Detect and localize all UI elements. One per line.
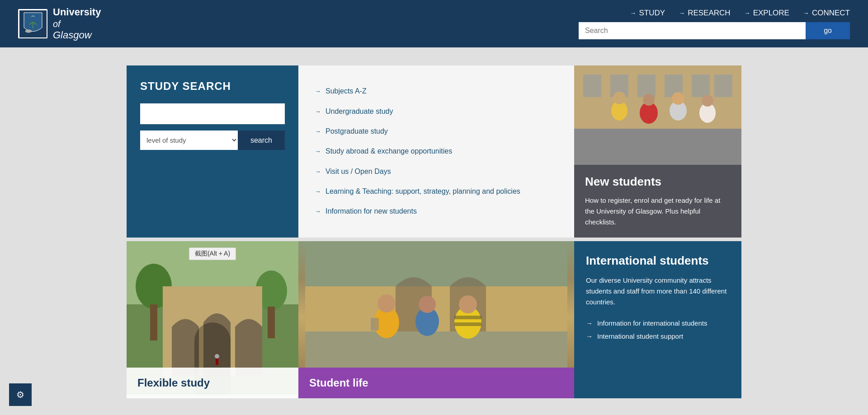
- svg-point-18: [702, 95, 713, 107]
- svg-point-38: [459, 295, 477, 313]
- nav-study[interactable]: → STUDY: [630, 9, 665, 18]
- svg-rect-9: [692, 75, 710, 97]
- svg-rect-5: [583, 75, 601, 97]
- link-intl-info-label: Information for international students: [597, 319, 707, 327]
- link-study-abroad[interactable]: → Study abroad & exchange opportunities: [315, 143, 558, 160]
- logo-crest: [18, 9, 47, 38]
- link-subjects-az-label: Subjects A-Z: [326, 86, 367, 96]
- gear-icon: ⚙: [16, 389, 24, 400]
- nav-study-label: STUDY: [639, 9, 665, 18]
- study-text-input[interactable]: [140, 103, 285, 124]
- svg-rect-37: [454, 322, 481, 326]
- link-intl-support-label: International student support: [597, 332, 683, 340]
- header: University of Glasgow → STUDY → RESEARCH…: [0, 0, 868, 47]
- logo-text: University of Glasgow: [53, 6, 101, 41]
- nav-explore[interactable]: → EXPLORE: [744, 9, 789, 18]
- flexible-study-title: Flexible study: [137, 377, 288, 389]
- nav-explore-label: EXPLORE: [753, 9, 789, 18]
- svg-point-16: [672, 92, 684, 105]
- screenshot-tooltip: 截图(Alt + A): [189, 247, 236, 260]
- link-new-students[interactable]: → Information for new students: [315, 203, 558, 220]
- nav-arrow-connect: →: [803, 9, 809, 17]
- link-postgraduate[interactable]: → Postgraduate study: [315, 123, 558, 140]
- international-students-title: International students: [586, 254, 730, 268]
- nav-research[interactable]: → RESEARCH: [679, 9, 730, 18]
- new-students-overlay: New students How to register, enrol and …: [574, 165, 741, 238]
- svg-rect-7: [637, 75, 656, 97]
- svg-rect-30: [305, 241, 567, 286]
- study-select-row: level of study Undergraduate Postgraduat…: [140, 131, 285, 150]
- svg-rect-39: [371, 318, 379, 331]
- nav-arrow-research: →: [679, 9, 685, 17]
- svg-rect-4: [574, 129, 741, 165]
- link-postgraduate-label: Postgraduate study: [326, 126, 388, 136]
- student-life-panel[interactable]: Student life: [298, 241, 574, 398]
- nav-research-label: RESEARCH: [688, 9, 730, 18]
- level-of-study-select[interactable]: level of study Undergraduate Postgraduat…: [140, 131, 238, 150]
- svg-point-14: [643, 94, 655, 106]
- arrow-icon-subjects: →: [315, 87, 321, 96]
- svg-rect-24: [268, 307, 275, 338]
- flexible-study-text: Flexible study: [127, 368, 298, 398]
- svg-rect-22: [150, 304, 157, 340]
- nav-connect[interactable]: → CONNECT: [803, 9, 850, 18]
- link-new-students-label: Information for new students: [326, 206, 417, 216]
- arrow-icon-postgrad: →: [315, 127, 321, 136]
- links-panel: → Subjects A-Z → Undergraduate study → P…: [298, 65, 574, 238]
- svg-rect-27: [216, 359, 218, 365]
- svg-point-32: [377, 294, 396, 312]
- nav-arrow-study: →: [630, 9, 637, 17]
- study-search-button[interactable]: search: [238, 131, 285, 150]
- arrow-icon-new-students: →: [315, 207, 321, 216]
- settings-button[interactable]: ⚙: [9, 383, 32, 406]
- main-content: STUDY SEARCH level of study Undergraduat…: [0, 47, 868, 415]
- link-subjects-az[interactable]: → Subjects A-Z: [315, 83, 558, 100]
- link-intl-support[interactable]: → International student support: [586, 330, 730, 343]
- header-search: go: [579, 22, 850, 39]
- link-learning-teaching[interactable]: → Learning & Teaching: support, strategy…: [315, 183, 558, 200]
- svg-rect-10: [714, 75, 732, 97]
- nav-connect-label: CONNECT: [812, 9, 850, 18]
- international-students-description: Our diverse University community attract…: [586, 275, 730, 308]
- study-search-title: STUDY SEARCH: [140, 80, 285, 93]
- link-intl-info[interactable]: → Information for international students: [586, 317, 730, 330]
- nav-search-area: → STUDY → RESEARCH → EXPLORE → CONNECT g…: [579, 9, 850, 39]
- new-students-image: [574, 65, 741, 165]
- new-students-description: How to register, enrol and get ready for…: [585, 195, 731, 228]
- international-students-panel: International students Our diverse Unive…: [574, 241, 741, 398]
- search-go-button[interactable]: go: [806, 22, 850, 39]
- link-learning-teaching-label: Learning & Teaching: support, strategy, …: [326, 187, 520, 196]
- arrow-icon-undergrad: →: [315, 107, 321, 117]
- student-life-overlay: Student life: [298, 368, 574, 398]
- arrow-icon-visit: →: [315, 168, 321, 177]
- flexible-study-panel[interactable]: 截图(Alt + A): [127, 241, 298, 398]
- bottom-grid: 截图(Alt + A): [127, 241, 741, 398]
- logo[interactable]: University of Glasgow: [18, 6, 101, 41]
- student-life-title: Student life: [309, 377, 563, 389]
- new-students-panel[interactable]: New students How to register, enrol and …: [574, 65, 741, 238]
- svg-point-12: [613, 92, 626, 104]
- svg-point-1: [25, 30, 32, 33]
- svg-point-34: [419, 296, 436, 313]
- top-grid: STUDY SEARCH level of study Undergraduat…: [127, 65, 741, 238]
- svg-rect-36: [454, 316, 481, 319]
- study-search-box: STUDY SEARCH level of study Undergraduat…: [127, 65, 298, 238]
- new-students-title: New students: [585, 175, 731, 189]
- link-undergraduate[interactable]: → Undergraduate study: [315, 103, 558, 120]
- arrow-icon-intl-info: →: [586, 319, 593, 327]
- link-undergraduate-label: Undergraduate study: [326, 107, 393, 117]
- link-study-abroad-label: Study abroad & exchange opportunities: [326, 146, 452, 156]
- search-input[interactable]: [579, 22, 806, 39]
- link-visit-label: Visit us / Open Days: [326, 167, 391, 177]
- nav-arrow-explore: →: [744, 9, 750, 17]
- student-life-image: [298, 241, 574, 368]
- svg-point-26: [215, 354, 219, 359]
- link-visit[interactable]: → Visit us / Open Days: [315, 163, 558, 180]
- arrow-icon-learning: →: [315, 187, 321, 196]
- arrow-icon-intl-support: →: [586, 332, 593, 340]
- main-nav: → STUDY → RESEARCH → EXPLORE → CONNECT: [630, 9, 850, 18]
- arrow-icon-study-abroad: →: [315, 147, 321, 156]
